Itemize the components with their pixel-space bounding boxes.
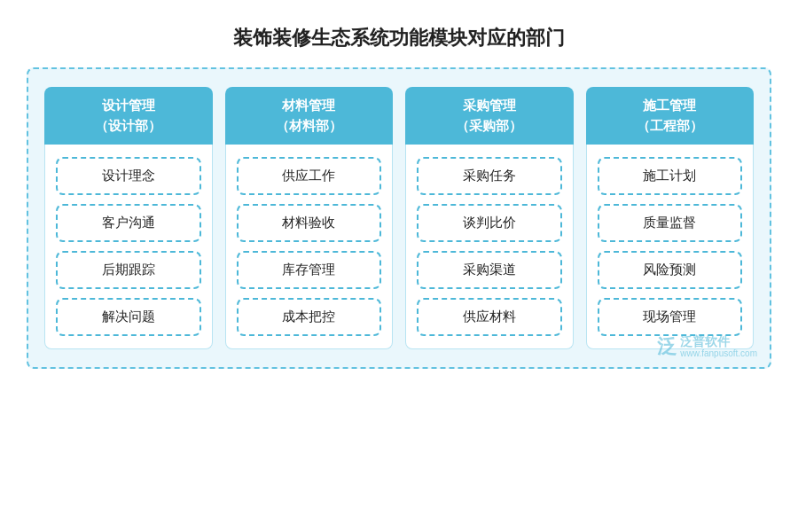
item-0-1: 客户沟通 <box>56 204 201 242</box>
col-body-3: 施工计划质量监督风险预测现场管理 <box>586 145 755 349</box>
item-3-2: 风险预测 <box>598 251 743 289</box>
item-1-2: 库存管理 <box>237 251 382 289</box>
item-0-0: 设计理念 <box>56 157 201 195</box>
item-2-0: 采购任务 <box>417 157 562 195</box>
item-1-1: 材料验收 <box>237 204 382 242</box>
item-2-2: 采购渠道 <box>417 251 562 289</box>
item-3-3: 现场管理 <box>598 298 743 336</box>
item-2-3: 供应材料 <box>417 298 562 336</box>
item-2-1: 谈判比价 <box>417 204 562 242</box>
col-header-3: 施工管理（工程部） <box>586 87 755 145</box>
watermark: 泛 泛普软件 www.fanpusoft.com <box>657 333 757 360</box>
col-body-1: 供应工作材料验收库存管理成本把控 <box>225 145 394 349</box>
page-title: 装饰装修生态系统功能模块对应的部门 <box>233 25 565 51</box>
watermark-logo-icon: 泛 <box>657 333 677 360</box>
col-header-2: 采购管理（采购部） <box>405 87 574 145</box>
col-header-0: 设计管理（设计部） <box>44 87 213 145</box>
column-0: 设计管理（设计部）设计理念客户沟通后期跟踪解决问题 <box>44 87 213 349</box>
col-header-1: 材料管理（材料部） <box>225 87 394 145</box>
item-1-3: 成本把控 <box>237 298 382 336</box>
item-0-2: 后期跟踪 <box>56 251 201 289</box>
column-2: 采购管理（采购部）采购任务谈判比价采购渠道供应材料 <box>405 87 574 349</box>
watermark-name: 泛普软件 <box>680 334 757 349</box>
column-3: 施工管理（工程部）施工计划质量监督风险预测现场管理 <box>586 87 755 349</box>
col-body-2: 采购任务谈判比价采购渠道供应材料 <box>405 145 574 349</box>
watermark-url: www.fanpusoft.com <box>680 348 757 359</box>
columns-wrapper: 设计管理（设计部）设计理念客户沟通后期跟踪解决问题材料管理（材料部）供应工作材料… <box>44 87 754 349</box>
item-3-0: 施工计划 <box>598 157 743 195</box>
outer-box: 设计管理（设计部）设计理念客户沟通后期跟踪解决问题材料管理（材料部）供应工作材料… <box>27 67 771 369</box>
col-body-0: 设计理念客户沟通后期跟踪解决问题 <box>44 145 213 349</box>
item-3-1: 质量监督 <box>598 204 743 242</box>
item-0-3: 解决问题 <box>56 298 201 336</box>
column-1: 材料管理（材料部）供应工作材料验收库存管理成本把控 <box>225 87 394 349</box>
item-1-0: 供应工作 <box>237 157 382 195</box>
